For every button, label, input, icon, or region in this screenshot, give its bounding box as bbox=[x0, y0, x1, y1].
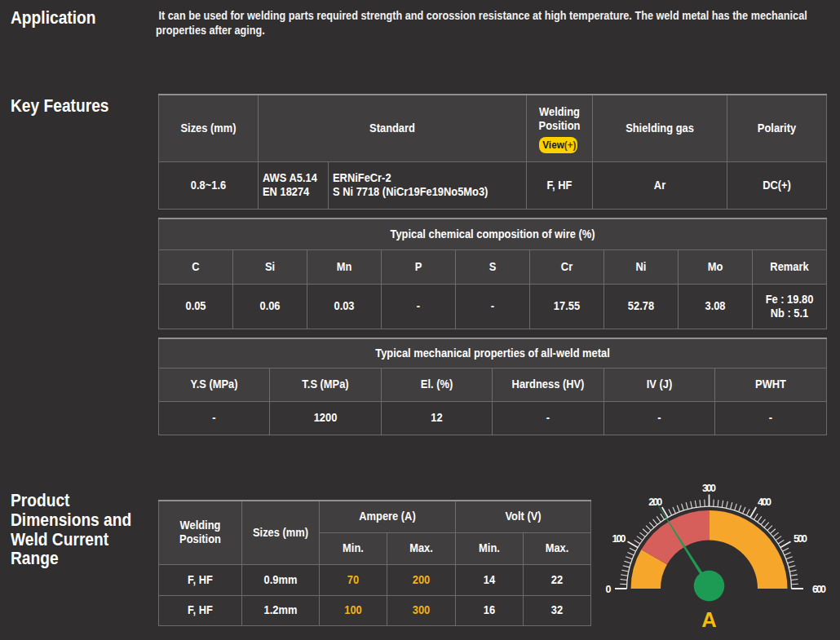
svg-text:400: 400 bbox=[758, 497, 771, 508]
svg-text:600: 600 bbox=[812, 584, 826, 595]
svg-text:200: 200 bbox=[648, 497, 662, 508]
svg-text:A: A bbox=[701, 608, 716, 631]
svg-text:500: 500 bbox=[794, 533, 807, 545]
svg-text:100: 100 bbox=[612, 533, 626, 545]
svg-text:0: 0 bbox=[606, 584, 612, 595]
svg-text:300: 300 bbox=[702, 483, 716, 494]
